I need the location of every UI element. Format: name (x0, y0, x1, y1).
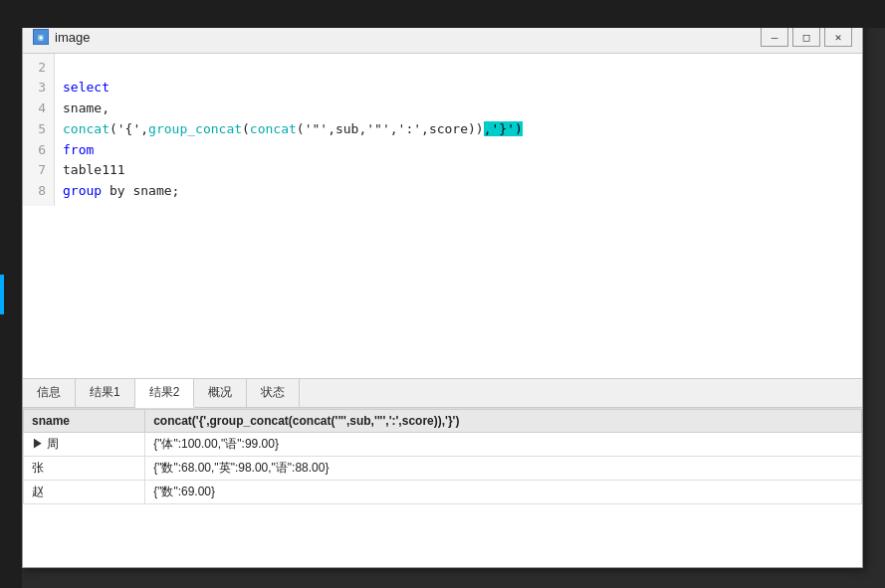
code-close-highlight: ,'}') (484, 121, 523, 136)
title-bar-left: ▣ image (33, 29, 90, 45)
results-area[interactable]: sname concat('{',group_concat(concat('"'… (23, 408, 862, 567)
table-row[interactable]: 赵 {"数":69.00} (24, 480, 862, 503)
line-num-8: 8 (27, 181, 46, 202)
tab-info[interactable]: 信息 (23, 379, 76, 407)
table-header: sname concat('{',group_concat(concat('"'… (24, 409, 862, 432)
results-table: sname concat('{',group_concat(concat('"'… (23, 409, 862, 504)
code-line-6: from (63, 140, 854, 161)
keyword-select: select (63, 80, 110, 95)
code-line-2 (63, 58, 854, 79)
code-container: 2 3 4 5 6 7 8 select sname, concat('{',g… (23, 54, 862, 207)
line-num-4: 4 (27, 98, 46, 119)
tab-status[interactable]: 状态 (247, 379, 300, 407)
code-content[interactable]: select sname, concat('{',group_concat(co… (55, 54, 862, 207)
table-row[interactable]: 张 {"数":68.00,"英":98.00,"语":88.00} (24, 456, 862, 480)
line-num-6: 6 (27, 140, 46, 161)
tab-overview[interactable]: 概况 (194, 379, 247, 407)
code-line-4: sname, (63, 98, 854, 119)
tabs-bar: 信息 结果1 结果2 概况 状态 (23, 378, 862, 408)
window-title: image (55, 30, 90, 45)
main-window: ▣ image — □ ✕ 2 3 4 5 6 7 8 (22, 21, 863, 568)
code-args: ('"',sub,'"',':',score)) (297, 121, 484, 136)
left-sidebar (0, 0, 22, 588)
line-num-3: 3 (27, 78, 46, 98)
table-body: 周 {"体":100.00,"语":99.00} 张 {"数":68.00,"英… (24, 432, 862, 503)
code-table: table111 (63, 162, 125, 177)
code-paren: ( (242, 121, 250, 136)
keyword-from: from (63, 142, 94, 157)
code-line-5: concat('{',group_concat(concat('"',sub,'… (63, 119, 854, 140)
tab-result1[interactable]: 结果1 (76, 379, 135, 407)
tab-result2[interactable]: 结果2 (135, 379, 195, 408)
minimize-button[interactable]: — (761, 27, 788, 47)
fn-group-concat: group_concat (148, 121, 242, 136)
title-bar-controls: — □ ✕ (761, 27, 852, 47)
line-num-7: 7 (27, 160, 46, 181)
editor-area: 2 3 4 5 6 7 8 select sname, concat('{',g… (23, 54, 862, 378)
code-open-brace: ('{', (110, 121, 148, 136)
col-concat: concat('{',group_concat(concat('"',sub,'… (145, 409, 862, 432)
left-accent (0, 275, 4, 314)
keyword-group: group (63, 183, 102, 198)
table-row[interactable]: 周 {"体":100.00,"语":99.00} (24, 432, 862, 456)
code-line-8: group by sname; (63, 181, 854, 202)
window-icon-text: ▣ (39, 33, 44, 42)
header-row: sname concat('{',group_concat(concat('"'… (24, 409, 862, 432)
fn-concat1: concat (63, 121, 110, 136)
code-line-3: select (63, 78, 854, 98)
window-icon: ▣ (33, 29, 49, 45)
cell-value-3: {"数":69.00} (145, 480, 862, 503)
maximize-button[interactable]: □ (792, 27, 820, 47)
cell-sname-1: 周 (24, 432, 145, 456)
line-numbers: 2 3 4 5 6 7 8 (23, 54, 55, 207)
cell-sname-3: 赵 (24, 480, 145, 503)
line-num-5: 5 (27, 119, 46, 140)
top-bar (0, 0, 885, 28)
fn-concat2: concat (250, 121, 297, 136)
cell-value-2: {"数":68.00,"英":98.00,"语":88.00} (145, 456, 862, 480)
cell-sname-2: 张 (24, 456, 145, 480)
line-num-2: 2 (27, 58, 46, 79)
close-button[interactable]: ✕ (824, 27, 852, 47)
code-line-7: table111 (63, 160, 854, 181)
cell-value-1: {"体":100.00,"语":99.00} (145, 432, 862, 456)
code-sname: sname, (63, 100, 110, 115)
code-by-sname: by sname; (102, 183, 179, 198)
col-sname: sname (24, 409, 145, 432)
